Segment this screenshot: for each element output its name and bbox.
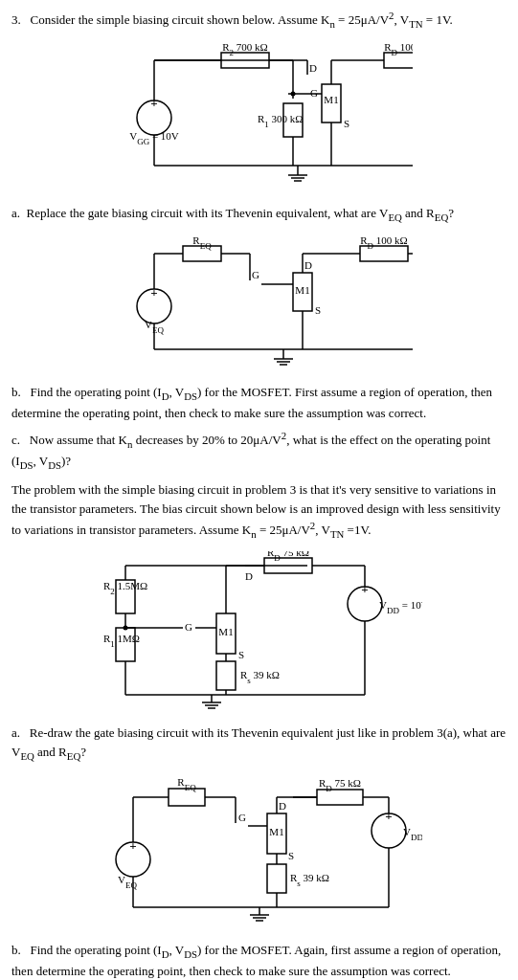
circuit3-container: R2 1.5MΩ R1 1MΩ G RD 75 kΩ D + VDD = 10V bbox=[11, 551, 507, 714]
problem3-subc: c. Now assume that Kn decreases by 20% t… bbox=[11, 428, 507, 473]
svg-text:G: G bbox=[238, 812, 246, 823]
circuit1-container: VGG = 10V + R2 700 kΩ D RD 100 kΩ + VDD … bbox=[11, 41, 507, 194]
svg-text:Rs 39 kΩ: Rs 39 kΩ bbox=[240, 669, 280, 685]
svg-text:VDD = 10V: VDD = 10V bbox=[379, 599, 422, 615]
svg-text:REQ: REQ bbox=[192, 234, 212, 251]
svg-rect-124 bbox=[317, 790, 363, 805]
svg-text:D: D bbox=[309, 62, 317, 74]
circuit4-container: VEQ + REQ G RD 75 kΩ + VDD = 10V M1 bbox=[11, 773, 507, 931]
problem3-para: The problem with the simple biasing circ… bbox=[11, 480, 507, 542]
circuit2-container: VEQ + REQ G RD 100 kΩ + VDD = 10V M1 bbox=[11, 234, 507, 373]
problem4-suba: a. Re-draw the gate biasing circuit with… bbox=[11, 724, 507, 763]
svg-text:RD 100 kΩ: RD 100 kΩ bbox=[384, 41, 413, 57]
problem3-suba-label: a. bbox=[11, 206, 27, 220]
problem3-subb: b. Find the operating point (ID, VDS) fo… bbox=[11, 383, 507, 422]
svg-rect-110 bbox=[216, 661, 236, 690]
svg-rect-11 bbox=[384, 53, 413, 68]
svg-text:RD 75 kΩ: RD 75 kΩ bbox=[266, 551, 308, 563]
problem3-header: 3. Consider the simple biasing circuit s… bbox=[11, 8, 507, 32]
svg-text:RD 75 kΩ: RD 75 kΩ bbox=[318, 777, 360, 793]
circuit3-svg: R2 1.5MΩ R1 1MΩ G RD 75 kΩ D + VDD = 10V bbox=[97, 551, 422, 714]
svg-text:Rs 39 kΩ: Rs 39 kΩ bbox=[290, 872, 329, 888]
svg-text:VDD = 10V: VDD = 10V bbox=[403, 826, 422, 842]
svg-text:G: G bbox=[252, 269, 259, 280]
svg-text:M1: M1 bbox=[218, 626, 233, 637]
svg-text:G: G bbox=[310, 87, 318, 99]
svg-text:M1: M1 bbox=[324, 94, 338, 105]
circuit1-svg: VGG = 10V + R2 700 kΩ D RD 100 kΩ + VDD … bbox=[106, 41, 413, 194]
problem3-suba: a. Replace the gate biasing circuit with… bbox=[11, 204, 507, 225]
svg-text:G: G bbox=[185, 621, 192, 633]
svg-text:R1 300 kΩ: R1 300 kΩ bbox=[258, 113, 304, 129]
svg-text:R2 700 kΩ: R2 700 kΩ bbox=[222, 41, 268, 57]
svg-rect-146 bbox=[267, 864, 286, 893]
svg-text:RD 100 kΩ: RD 100 kΩ bbox=[360, 234, 408, 251]
svg-text:S: S bbox=[288, 850, 294, 861]
svg-text:S: S bbox=[315, 304, 321, 316]
svg-text:REQ: REQ bbox=[177, 776, 196, 792]
svg-text:M1: M1 bbox=[295, 284, 309, 296]
problem4-subb: b. Find the operating point (ID, VDS) fo… bbox=[11, 941, 507, 980]
problem3-suba-text: Replace the gate biasing circuit with it… bbox=[27, 206, 454, 220]
circuit2-svg: VEQ + REQ G RD 100 kΩ + VDD = 10V M1 bbox=[106, 234, 413, 373]
svg-text:D: D bbox=[279, 800, 286, 812]
svg-text:R2 1.5MΩ: R2 1.5MΩ bbox=[103, 580, 147, 596]
svg-text:M1: M1 bbox=[269, 826, 283, 837]
svg-text:S: S bbox=[238, 649, 244, 660]
svg-text:S: S bbox=[344, 118, 349, 129]
svg-text:D: D bbox=[245, 570, 253, 582]
circuit4-svg: VEQ + REQ G RD 75 kΩ + VDD = 10V M1 bbox=[97, 773, 422, 931]
svg-text:D: D bbox=[304, 259, 312, 271]
